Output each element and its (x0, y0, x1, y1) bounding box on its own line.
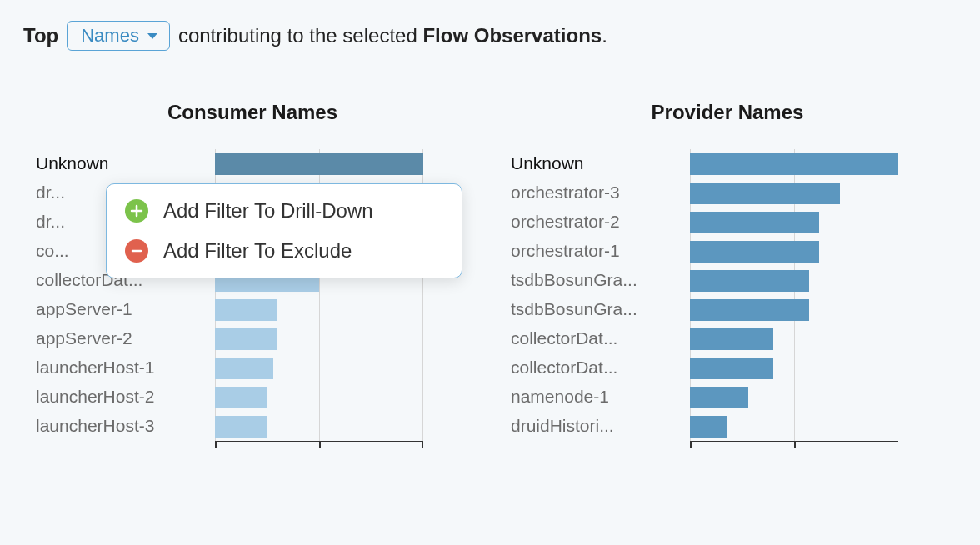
bar-row (215, 412, 423, 441)
y-label: orchestrator-1 (511, 237, 690, 266)
bar[interactable] (690, 212, 819, 233)
y-label: tsdbBosunGra... (511, 295, 690, 324)
provider-chart: Provider Names Unknownorchestrator-3orch… (511, 101, 944, 449)
bar-row (690, 295, 898, 324)
context-menu: Add Filter To Drill-Down Add Filter To E… (106, 183, 462, 278)
bar[interactable] (690, 153, 898, 175)
bar[interactable] (690, 182, 840, 204)
y-label: orchestrator-2 (511, 208, 690, 237)
bar[interactable] (690, 387, 748, 408)
bar-row (215, 149, 423, 178)
bar-row (215, 353, 423, 382)
bar-row (690, 178, 898, 208)
y-label: appServer-2 (36, 324, 215, 353)
bar-row (690, 324, 898, 353)
bar[interactable] (690, 241, 819, 262)
bar-row (690, 266, 898, 295)
header: Top Names contributing to the selected F… (23, 21, 957, 51)
header-rest: contributing to the selected Flow Observ… (178, 24, 608, 48)
y-label: orchestrator-3 (511, 178, 690, 208)
bar[interactable] (215, 153, 423, 175)
y-axis-labels: Unknownorchestrator-3orchestrator-2orche… (511, 149, 690, 441)
y-label: launcherHost-2 (36, 382, 215, 412)
menu-exclude[interactable]: Add Filter To Exclude (107, 231, 462, 271)
y-label: tsdbBosunGra... (511, 266, 690, 295)
y-label: Unknown (36, 149, 215, 178)
bar[interactable] (215, 328, 278, 350)
chart-title: Provider Names (511, 101, 944, 124)
bar-row (690, 412, 898, 441)
bar[interactable] (690, 299, 809, 321)
header-top: Top (23, 24, 58, 48)
bar-row (215, 295, 423, 324)
bar[interactable] (215, 299, 278, 321)
caret-down-icon (148, 33, 158, 39)
y-label: Unknown (511, 149, 690, 178)
bar-row (690, 237, 898, 266)
y-label: namenode-1 (511, 382, 690, 412)
y-label: druidHistori... (511, 412, 690, 441)
names-dropdown[interactable]: Names (67, 21, 170, 51)
menu-drill-down[interactable]: Add Filter To Drill-Down (107, 191, 462, 231)
y-label: launcherHost-3 (36, 412, 215, 441)
bar-row (215, 324, 423, 353)
x-axis (690, 441, 898, 449)
menu-label: Add Filter To Drill-Down (163, 199, 373, 222)
chart-title: Consumer Names (36, 101, 469, 124)
y-label: collectorDat... (511, 324, 690, 353)
bar-row (690, 208, 898, 237)
bar[interactable] (215, 416, 268, 438)
bar[interactable] (215, 358, 273, 379)
y-label: appServer-1 (36, 295, 215, 324)
bar-row (690, 353, 898, 382)
bars-container (690, 149, 898, 441)
y-label: collectorDat... (511, 353, 690, 382)
dropdown-label: Names (81, 25, 139, 47)
bar-row (215, 382, 423, 412)
bar[interactable] (690, 416, 728, 438)
x-axis (215, 441, 423, 449)
y-label: launcherHost-1 (36, 353, 215, 382)
plus-icon (125, 199, 148, 222)
minus-icon (125, 239, 148, 262)
bar-row (690, 149, 898, 178)
bar[interactable] (690, 358, 773, 379)
bar[interactable] (215, 387, 268, 408)
bar[interactable] (690, 270, 809, 292)
bar[interactable] (690, 328, 773, 350)
menu-label: Add Filter To Exclude (163, 239, 352, 262)
bar-row (690, 382, 898, 412)
